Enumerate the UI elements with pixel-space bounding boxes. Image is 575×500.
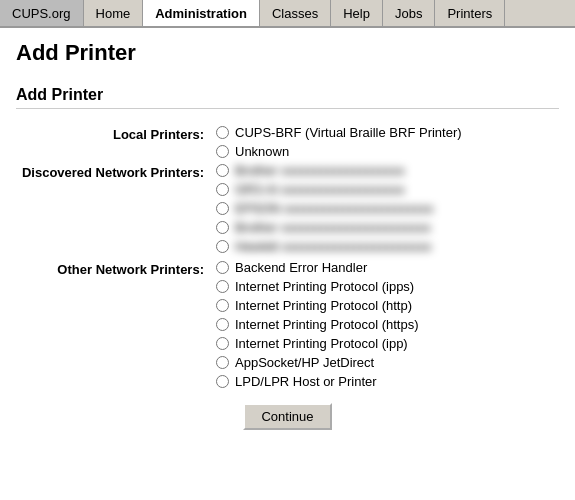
other-ipp-ipps[interactable]: Internet Printing Protocol (ipps) [216, 279, 419, 294]
nav-classes[interactable]: Classes [260, 0, 331, 26]
label-lpd: LPD/LPR Host or Printer [235, 374, 377, 389]
continue-button[interactable]: Continue [243, 403, 331, 430]
label-brother2: Brother xxxxxxxxxxxxxxxxxxxxxxx [235, 220, 431, 235]
discovered-epson[interactable]: EPSON xxxxxxxxxxxxxxxxxxxxxxx [216, 201, 434, 216]
other-appsocket[interactable]: AppSocket/HP JetDirect [216, 355, 419, 370]
label-brother1: Brother xxxxxxxxxxxxxxxxxxx [235, 163, 405, 178]
page-title: Add Printer [16, 40, 559, 66]
radio-brother2[interactable] [216, 221, 229, 234]
main-content: Add Printer Add Printer Local Printers: … [0, 28, 575, 442]
local-printers-label: Local Printers: [16, 125, 216, 142]
discovered-printers-options: Brother xxxxxxxxxxxxxxxxxxx GR3-Al xxxxx… [216, 163, 434, 254]
local-printer-cups-brf[interactable]: CUPS-BRF (Virtual Braille BRF Printer) [216, 125, 462, 140]
radio-lpd[interactable] [216, 375, 229, 388]
discovered-gr3al[interactable]: GR3-Al xxxxxxxxxxxxxxxxxxx [216, 182, 434, 197]
nav-printers[interactable]: Printers [435, 0, 505, 26]
label-appsocket: AppSocket/HP JetDirect [235, 355, 374, 370]
label-cups-brf: CUPS-BRF (Virtual Braille BRF Printer) [235, 125, 462, 140]
discovered-brother2[interactable]: Brother xxxxxxxxxxxxxxxxxxxxxxx [216, 220, 434, 235]
radio-ipp-https[interactable] [216, 318, 229, 331]
discovered-printers-label: Discovered Network Printers: [16, 163, 216, 180]
label-backend-error: Backend Error Handler [235, 260, 367, 275]
nav-home[interactable]: Home [84, 0, 144, 26]
nav-cups[interactable]: CUPS.org [0, 0, 84, 26]
form-actions: Continue [16, 403, 559, 430]
radio-brother1[interactable] [216, 164, 229, 177]
radio-appsocket[interactable] [216, 356, 229, 369]
other-ipp-http[interactable]: Internet Printing Protocol (http) [216, 298, 419, 313]
radio-epson[interactable] [216, 202, 229, 215]
label-ipp-http: Internet Printing Protocol (http) [235, 298, 412, 313]
main-nav: CUPS.org Home Administration Classes Hel… [0, 0, 575, 28]
label-ipp-ipps: Internet Printing Protocol (ipps) [235, 279, 414, 294]
add-printer-form: Local Printers: CUPS-BRF (Virtual Braill… [16, 125, 559, 430]
label-gr3al: GR3-Al xxxxxxxxxxxxxxxxxxx [235, 182, 405, 197]
nav-administration[interactable]: Administration [143, 0, 260, 26]
label-unknown: Unknown [235, 144, 289, 159]
local-printer-unknown[interactable]: Unknown [216, 144, 462, 159]
radio-cups-brf[interactable] [216, 126, 229, 139]
label-ipp-https: Internet Printing Protocol (https) [235, 317, 419, 332]
other-ipp-https[interactable]: Internet Printing Protocol (https) [216, 317, 419, 332]
other-printers-row: Other Network Printers: Backend Error Ha… [16, 260, 559, 389]
other-lpd[interactable]: LPD/LPR Host or Printer [216, 374, 419, 389]
radio-unknown[interactable] [216, 145, 229, 158]
radio-gr3al[interactable] [216, 183, 229, 196]
discovered-printers-row: Discovered Network Printers: Brother xxx… [16, 163, 559, 254]
nav-help[interactable]: Help [331, 0, 383, 26]
other-printers-label: Other Network Printers: [16, 260, 216, 277]
section-title: Add Printer [16, 86, 559, 109]
radio-ipp-http[interactable] [216, 299, 229, 312]
nav-jobs[interactable]: Jobs [383, 0, 435, 26]
other-ipp-ipp[interactable]: Internet Printing Protocol (ipp) [216, 336, 419, 351]
label-epson: EPSON xxxxxxxxxxxxxxxxxxxxxxx [235, 201, 434, 216]
radio-ipp-ipp[interactable] [216, 337, 229, 350]
discovered-brother1[interactable]: Brother xxxxxxxxxxxxxxxxxxx [216, 163, 434, 178]
label-ipp-ipp: Internet Printing Protocol (ipp) [235, 336, 408, 351]
other-printers-options: Backend Error Handler Internet Printing … [216, 260, 419, 389]
other-backend-error[interactable]: Backend Error Handler [216, 260, 419, 275]
radio-backend-error[interactable] [216, 261, 229, 274]
discovered-hewlett[interactable]: Hewlett xxxxxxxxxxxxxxxxxxxxxxx [216, 239, 434, 254]
radio-ipp-ipps[interactable] [216, 280, 229, 293]
local-printers-options: CUPS-BRF (Virtual Braille BRF Printer) U… [216, 125, 462, 159]
local-printers-row: Local Printers: CUPS-BRF (Virtual Braill… [16, 125, 559, 159]
label-hewlett: Hewlett xxxxxxxxxxxxxxxxxxxxxxx [235, 239, 431, 254]
radio-hewlett[interactable] [216, 240, 229, 253]
